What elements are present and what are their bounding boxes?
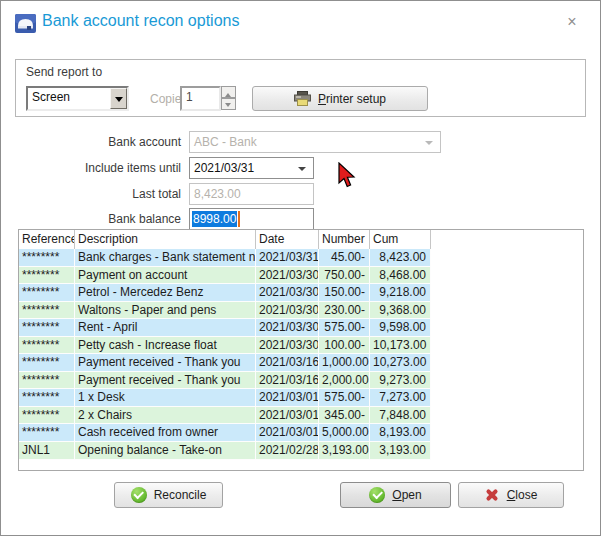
reconcile-button[interactable]: Reconcile [114, 482, 223, 508]
printer-setup-label: Printer setup [318, 92, 386, 106]
table-cell: 2 x Chairs [75, 407, 256, 425]
bank-balance-input[interactable]: 8998.00 [189, 208, 314, 230]
table-cell: 2021/03/30 [256, 284, 319, 302]
report-destination-value: Screen [32, 90, 70, 104]
last-total-field: 8,423.00 [189, 183, 314, 205]
printer-setup-button[interactable]: Printer setup [252, 86, 428, 111]
reconcile-label: Reconcile [154, 488, 207, 502]
table-cell: 8,423.00 [370, 249, 431, 267]
text-caret [238, 211, 240, 227]
table-row[interactable]: ********Payment received - Thank you2021… [19, 372, 583, 390]
column-header-reference[interactable]: Reference [19, 230, 75, 249]
table-cell: 7,273.00 [370, 389, 431, 407]
column-header-number[interactable]: Number [319, 230, 370, 249]
table-cell: ******** [19, 337, 75, 355]
table-row[interactable]: ********Payment on account2021/03/30750.… [19, 267, 583, 285]
table-row[interactable]: ********Cash received from owner2021/03/… [19, 424, 583, 442]
table-cell: 9,368.00 [370, 302, 431, 320]
table-cell: Petty cash - Increase float [75, 337, 256, 355]
table-cell: 2,000.00 [319, 372, 370, 390]
table-cell: Payment on account [75, 267, 256, 285]
chevron-down-icon [425, 141, 433, 149]
table-cell: ******** [19, 354, 75, 372]
table-cell: 2021/03/01 [256, 389, 319, 407]
table-cell: 9,598.00 [370, 319, 431, 337]
table-row[interactable]: ********Payment received - Thank you2021… [19, 354, 583, 372]
spinner-down-icon[interactable] [221, 98, 236, 110]
table-cell: 2021/03/01 [256, 424, 319, 442]
table-row[interactable]: ********Petrol - Mercedez Benz2021/03/30… [19, 284, 583, 302]
column-header-cum[interactable]: Cum [370, 230, 431, 249]
table-cell: ******** [19, 267, 75, 285]
mouse-cursor [337, 162, 359, 190]
table-row[interactable]: ********2 x Chairs2021/03/01345.00-7,848… [19, 407, 583, 425]
table-cell: 230.00- [319, 302, 370, 320]
table-cell: 150.00- [319, 284, 370, 302]
last-total-label: Last total [21, 187, 181, 201]
table-cell: 10,173.00 [370, 337, 431, 355]
table-cell: 2021/03/30 [256, 319, 319, 337]
close-icon[interactable]: × [559, 11, 585, 33]
table-cell: 2021/03/30 [256, 302, 319, 320]
table-cell: ******** [19, 302, 75, 320]
table-cell: ******** [19, 389, 75, 407]
table-cell: 8,468.00 [370, 267, 431, 285]
copies-input[interactable]: 1 [180, 86, 221, 111]
table-cell: ******** [19, 372, 75, 390]
chevron-down-icon[interactable] [110, 88, 127, 109]
bank-account-select: ABC - Bank [189, 131, 441, 153]
table-row[interactable]: JNL1Opening balance - Take-on2021/02/283… [19, 442, 583, 460]
column-header-date[interactable]: Date [256, 230, 319, 249]
table-cell: Petrol - Mercedez Benz [75, 284, 256, 302]
dialog-title: Bank account recon options [42, 12, 239, 30]
close-label: Close [507, 488, 538, 502]
recon-table: Reference Description Date Number Cum **… [18, 229, 584, 471]
table-cell: Rent - April [75, 319, 256, 337]
table-cell: 2021/03/30 [256, 267, 319, 285]
table-cell: 1 x Desk [75, 389, 256, 407]
bank-balance-label: Bank balance [21, 212, 181, 226]
table-cell: 2021/02/28 [256, 442, 319, 460]
copies-stepper [221, 86, 236, 111]
table-cell: 100.00- [319, 337, 370, 355]
column-header-description[interactable]: Description [75, 230, 256, 249]
table-cell: 750.00- [319, 267, 370, 285]
copies-value: 1 [186, 90, 193, 104]
table-cell: 45.00- [319, 249, 370, 267]
table-cell: 345.00- [319, 407, 370, 425]
spinner-up-icon[interactable] [221, 86, 236, 98]
table-cell: Payment received - Thank you [75, 372, 256, 390]
table-cell: Bank charges - Bank statement no.5 [75, 249, 256, 267]
report-destination-select[interactable]: Screen [26, 86, 129, 111]
open-button[interactable]: Open [340, 482, 451, 508]
bank-balance-value: 8998.00 [192, 211, 237, 227]
include-until-label: Include items until [21, 161, 181, 175]
table-row[interactable]: ********Petty cash - Increase float2021/… [19, 337, 583, 355]
bank-account-value: ABC - Bank [194, 133, 257, 152]
table-cell: 7,848.00 [370, 407, 431, 425]
send-report-group: Send report to Screen Copies 1 Printer s… [15, 59, 586, 117]
bank-recon-dialog: Bank account recon options × Send report… [0, 0, 601, 536]
open-label: Open [392, 488, 421, 502]
table-row[interactable]: ********Bank charges - Bank statement no… [19, 249, 583, 267]
table-cell: 2021/03/30 [256, 337, 319, 355]
table-cell: Waltons - Paper and pens [75, 302, 256, 320]
table-cell: ******** [19, 284, 75, 302]
table-row[interactable]: ********1 x Desk2021/03/01575.00-7,273.0… [19, 389, 583, 407]
table-cell: JNL1 [19, 442, 75, 460]
table-cell: ******** [19, 319, 75, 337]
table-row[interactable]: ********Rent - April2021/03/30575.00-9,5… [19, 319, 583, 337]
recon-table-body: ********Bank charges - Bank statement no… [19, 249, 583, 460]
table-cell: ******** [19, 249, 75, 267]
include-until-select[interactable]: 2021/03/31 [189, 157, 314, 179]
table-cell: 575.00- [319, 389, 370, 407]
table-row[interactable]: ********Waltons - Paper and pens2021/03/… [19, 302, 583, 320]
chevron-down-icon[interactable] [298, 167, 306, 175]
table-cell: 3,193.00 [319, 442, 370, 460]
table-cell: 3,193.00 [370, 442, 431, 460]
table-cell: 575.00- [319, 319, 370, 337]
close-button[interactable]: Close [458, 482, 564, 508]
table-cell: 2021/03/01 [256, 407, 319, 425]
recon-table-header: Reference Description Date Number Cum [19, 230, 583, 249]
table-cell: Cash received from owner [75, 424, 256, 442]
